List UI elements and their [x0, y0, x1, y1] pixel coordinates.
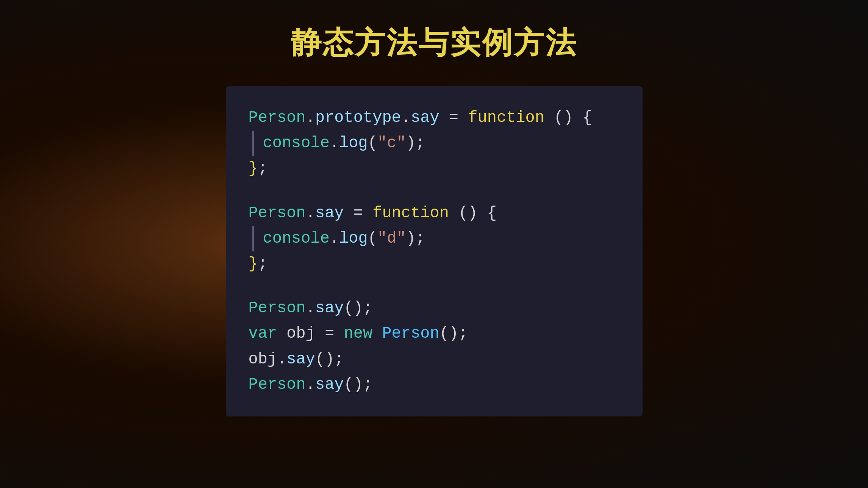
code-line-1-3: };: [249, 156, 620, 181]
code-line-3-4: Person.say();: [249, 372, 620, 398]
code-line-2-3: };: [249, 251, 620, 277]
code-block-3: Person.say(); var obj = new Person(); ob…: [249, 296, 620, 398]
code-line-1-1: Person.prototype.say = function () {: [249, 105, 620, 131]
code-line-3-2: var obj = new Person();: [249, 321, 620, 346]
code-indent-group: console.log("c");: [249, 131, 620, 156]
code-line-3-3: obj.say();: [249, 347, 620, 372]
indent-bar: [252, 131, 254, 156]
code-container: Person.prototype.say = function () { con…: [226, 86, 643, 416]
code-block-1: Person.prototype.say = function () { con…: [249, 105, 620, 182]
slide-title: 静态方法与实例方法: [291, 23, 577, 64]
code-block: Person.prototype.say = function () { con…: [249, 105, 620, 398]
code-line-3-1: Person.say();: [249, 296, 620, 321]
code-line-2-2: console.log("d");: [263, 226, 425, 251]
code-line-2-1: Person.say = function () {: [249, 201, 620, 226]
code-block-2: Person.say = function () { console.log("…: [249, 201, 620, 277]
code-line-1-2: console.log("c");: [263, 131, 425, 156]
indent-bar-2: [252, 226, 254, 251]
code-indent-group-2: console.log("d");: [249, 226, 620, 251]
code-token: Person: [249, 105, 306, 131]
